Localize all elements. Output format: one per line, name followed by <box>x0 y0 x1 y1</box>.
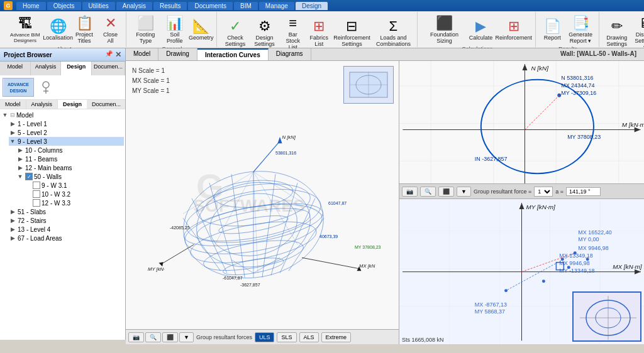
tree-item-walls[interactable]: ▼ ✓ 50 - Walls <box>16 172 124 181</box>
svg-text:-3627,857: -3627,857 <box>240 283 260 287</box>
display-settings-button[interactable]: 🖥 Display Settings ▾ <box>632 13 644 52</box>
view-tab-design[interactable]: Design <box>61 62 92 75</box>
tree-item-load-areas[interactable]: ▶ 67 - Load Areas <box>9 234 124 242</box>
camera-icon-btn[interactable]: 📷 <box>128 332 144 342</box>
design-settings-icon: ⚙ <box>256 18 274 35</box>
tree-item-slabs[interactable]: ▶ 51 - Slabs <box>9 207 124 216</box>
tree-view-analysis-tab[interactable]: Analysis <box>26 100 58 109</box>
drawing-settings-button[interactable]: ✏ Drawing Settings <box>604 16 630 49</box>
uls-button[interactable]: ULS <box>255 332 275 342</box>
calculate-button[interactable]: ▶ Calculate <box>469 16 494 43</box>
content-tab-diagrams[interactable]: Diagrams <box>269 48 311 60</box>
load-areas-label: 67 - Load Areas <box>18 235 62 242</box>
icon-toolbar-buttons: 📷 🔍 ⬛ ▼ <box>128 332 194 342</box>
loads-combinations-button[interactable]: Σ Loads and Combinations <box>374 16 414 49</box>
svg-text:ADVANCE: ADVANCE <box>8 82 29 87</box>
panel-pin-icon[interactable]: 📌 <box>105 50 113 59</box>
tree-view-design-tab[interactable]: Design <box>58 100 87 109</box>
group-box-btn[interactable]: ⬛ <box>438 187 454 197</box>
walls-checkbox[interactable]: ✓ <box>25 173 33 180</box>
walls-label: 50 - Walls <box>34 173 62 180</box>
report-button[interactable]: 📄 Report <box>541 16 564 43</box>
wall-title: Wall: [WALL-50 - Walls-A] <box>553 48 644 60</box>
tree-item-level1[interactable]: ▶ 1 - Level 1 <box>9 119 124 128</box>
tree-item-columns[interactable]: ▶ 10 - Columns <box>16 146 124 155</box>
group-value-select[interactable]: 1 2 3 <box>534 187 553 197</box>
svg-text:MY 37808,23: MY 37808,23 <box>567 134 601 140</box>
tab-analysis[interactable]: Analysis <box>116 2 152 10</box>
generate-report-button[interactable]: 📑 Generate Report ▾ <box>566 13 595 46</box>
tree-item-stairs[interactable]: ▶ 72 - Stairs <box>9 216 124 225</box>
tab-utilities[interactable]: Utilities <box>82 2 115 10</box>
tab-home[interactable]: Home <box>16 2 46 10</box>
a-value-input[interactable] <box>566 187 601 196</box>
group-zoom-btn[interactable]: 🔍 <box>420 187 436 197</box>
panel-header: Project Browser 📌 ✕ <box>0 48 125 62</box>
localisation-button[interactable]: 🌐 Localisation <box>47 16 70 43</box>
panel-close-icon[interactable]: ✕ <box>115 50 121 59</box>
group-cam-btn[interactable]: 📷 <box>402 187 418 197</box>
tab-objects[interactable]: Objects <box>47 2 81 10</box>
sls-button[interactable]: SLS <box>277 332 296 342</box>
extreme-button[interactable]: Extreme <box>321 332 352 342</box>
project-titles-button[interactable]: 📋 Project Titles <box>72 13 96 46</box>
advance-bim-button[interactable]: 🏗 Advance BIM Designers <box>6 14 44 45</box>
main-3d-view[interactable]: N Scale = 1 MX Scale = 1 MY Scale = 1 G … <box>126 61 399 344</box>
ribbon-group-calculations-items: ⬛ Foundation Sizing ▶ Calculate ⊞ Reinfo… <box>423 13 531 46</box>
tab-bim[interactable]: BIM <box>234 2 258 10</box>
soil-profile-button[interactable]: 📊 Soil Profile <box>162 13 187 46</box>
more-icon-btn[interactable]: ▼ <box>179 332 194 342</box>
als-button[interactable]: ALS <box>299 332 319 342</box>
svg-text:N 53801,316: N 53801,316 <box>561 75 593 81</box>
w33-checkbox[interactable] <box>33 199 40 207</box>
content-tab-interaction-curves[interactable]: Interaction Curves <box>197 48 269 60</box>
tree-item-w32[interactable]: 10 - W 3.2 <box>24 190 124 198</box>
generate-report-label: Generate Report ▾ <box>569 32 592 45</box>
view-tab-document[interactable]: Documen... <box>92 62 125 75</box>
tree-view-documen-tab[interactable]: Documen... <box>87 100 126 109</box>
content-tab-drawing[interactable]: Drawing <box>158 48 197 60</box>
tree-item-w31[interactable]: 9 - W 3.1 <box>24 181 124 190</box>
close-all-button[interactable]: ✕ Close All <box>99 13 122 46</box>
tree-item-level2[interactable]: ▶ 5 - Level 2 <box>9 128 124 137</box>
w32-checkbox[interactable] <box>33 190 40 198</box>
report-label: Report <box>544 35 561 41</box>
content-tab-model[interactable]: Model <box>126 48 158 60</box>
3d-thumbnail <box>343 66 394 104</box>
foundation-sizing-button[interactable]: ⬛ Foundation Sizing <box>423 13 465 46</box>
view-tab-model[interactable]: Model <box>0 62 31 75</box>
model-label: Model <box>16 112 33 119</box>
svg-line-30 <box>253 141 280 172</box>
tree-item-level3[interactable]: ▼ 9 - Level 3 <box>9 137 124 146</box>
tab-results[interactable]: Results <box>153 2 187 10</box>
tree-view-model-tab[interactable]: Model <box>0 100 26 109</box>
bar-stock-list-button[interactable]: ≡ Bar Stock List <box>280 13 305 52</box>
fabrics-list-button[interactable]: ⊞ Fabrics List <box>308 16 330 49</box>
tree-item-level4[interactable]: ▶ 13 - Level 4 <box>9 225 124 234</box>
tab-manage[interactable]: Manage <box>259 2 294 10</box>
svg-text:N [kN]: N [kN] <box>282 134 296 140</box>
check-settings-button[interactable]: ✓ Check Settings <box>222 16 248 49</box>
w31-checkbox[interactable] <box>33 182 40 189</box>
geometry-button[interactable]: 📐 Geometry <box>189 16 213 43</box>
view-tab-analysis[interactable]: Analysis <box>31 62 62 75</box>
view-icon-btn[interactable]: ⬛ <box>162 332 178 342</box>
reinforcement-settings-button[interactable]: ⊟ Reinforcement Settings <box>333 16 370 49</box>
tree-item-main-beams[interactable]: ▶ 12 - Main beams <box>16 163 124 172</box>
tree-item-beams[interactable]: ▶ 11 - Beams <box>16 155 124 163</box>
group-arrow-btn[interactable]: ▼ <box>457 187 471 197</box>
bar-stock-list-icon: ≡ <box>284 14 302 32</box>
svg-text:MX -8767,13: MX -8767,13 <box>475 301 507 308</box>
bottom-right-panel: MY [kN·m] MX [kN·m] <box>399 199 644 344</box>
tab-documents[interactable]: Documents <box>188 2 233 10</box>
svg-text:M [kN·m]: M [kN·m] <box>622 121 644 128</box>
tree-item-w33[interactable]: 12 - W 3.3 <box>24 198 124 207</box>
ribbon-group-results-items: 📄 Report 📑 Generate Report ▾ <box>541 13 595 46</box>
tab-design[interactable]: Design <box>296 2 328 10</box>
tree-item-model[interactable]: ▼ ⊟ Model <box>1 111 124 119</box>
reinforcement2-button[interactable]: ⊞ Reinforcement <box>496 16 531 43</box>
design-settings-button[interactable]: ⚙ Design Settings <box>251 16 278 49</box>
zoom-icon-btn[interactable]: 🔍 <box>145 332 161 342</box>
walls-expand-icon: ▼ <box>16 173 24 180</box>
footing-type-button[interactable]: ⬜ Footing Type <box>131 13 160 46</box>
